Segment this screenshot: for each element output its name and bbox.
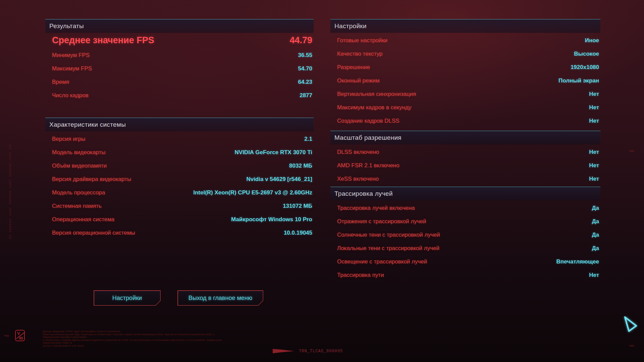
setting-value: Иное <box>585 37 599 44</box>
ray-tracing-rows: Трассировка лучей включена Да Отражения … <box>330 200 600 282</box>
setting-label: DLSS включено <box>337 149 379 156</box>
setting-value: Да <box>592 205 599 212</box>
corner-mark: *883 <box>629 150 634 153</box>
setting-row: Готовые настройки Иное <box>330 34 600 47</box>
system-row: Версия драйвера видеокарты Nvidia v 5462… <box>45 173 314 186</box>
setting-row: DLSS включено Нет <box>330 145 600 159</box>
settings-column: Настройки Готовые настройки Иное Качеств… <box>330 19 600 282</box>
result-value: 54.70 <box>298 65 312 72</box>
result-value: 2877 <box>300 92 312 99</box>
result-row: Максимум FPS 54.70 <box>45 62 314 75</box>
result-label: Максимум FPS <box>52 65 92 72</box>
system-value: Intel(R) Xeon(R) CPU E5-2697 v3 @ 2.60GH… <box>193 189 312 196</box>
system-value: 2.1 <box>304 136 312 142</box>
legal-line: Ваши персональные данные будут обработан… <box>43 333 231 339</box>
setting-row: Оконный режим Полный экран <box>330 74 600 87</box>
session-id-tag: TRN_TLCAS_800095 <box>273 349 343 354</box>
result-label: Число кадров <box>52 92 89 99</box>
setting-value: Нет <box>589 149 599 156</box>
result-label: Минимум FPS <box>52 52 90 59</box>
results-column: Результаты Среднее значение FPS 44.79 Ми… <box>45 19 314 240</box>
side-debug-code: 08 1867.000000 1867.000000 1867.000000 C… <box>8 145 11 240</box>
system-label: Версия операционной системы <box>52 230 135 236</box>
system-label: Модель видеокарты <box>52 149 105 156</box>
setting-label: Трассировка пути <box>337 272 384 279</box>
setting-value: Полный экран <box>558 77 599 84</box>
result-label: Среднее значение FPS <box>52 35 154 46</box>
setting-row: Разрешение 644x362 <box>330 61 600 74</box>
system-value: Nvidia v 54629 [r546_21] <box>246 176 312 183</box>
setting-label: Разрешение <box>337 64 370 71</box>
system-value: 131072 МБ <box>283 203 312 209</box>
setting-value: 644x362 <box>571 64 599 71</box>
setting-row: Отражения с трассировкой лучей Да <box>330 215 600 228</box>
system-label: Операционная система <box>52 216 114 223</box>
setting-label: Качество текстур <box>337 51 383 57</box>
resolution-scaling-rows: DLSS включено Нет AMD FSR 2.1 включено Н… <box>330 144 600 186</box>
setting-value: Нет <box>589 176 599 182</box>
legal-line: Данные, введённые в РФ65, будут использо… <box>43 330 231 333</box>
ray-tracing-section-header: Трассировка лучей <box>330 187 600 200</box>
resolution-scaling-section-header: Масштаб разрешения <box>330 131 600 144</box>
setting-row: XeSS включено Нет <box>330 172 600 186</box>
legal-line: доступ к снимкам файлов этой записи. <box>43 345 231 348</box>
setting-value: Да <box>592 245 599 252</box>
setting-value: Нет <box>589 104 599 111</box>
setting-value: Да <box>592 218 599 225</box>
v85-number: 85 <box>19 336 23 340</box>
setting-row: Создание кадров DLSS Нет <box>330 114 600 128</box>
results-rows: Минимум FPS 36.55 Максимум FPS 54.70 Вре… <box>45 48 314 102</box>
setting-label: Локальные тени с трассировкой лучей <box>337 245 439 252</box>
system-label: Системная память <box>52 203 102 209</box>
system-value: NVIDIA GeForce RTX 3070 Ti <box>235 149 312 156</box>
setting-label: Отражения с трассировкой лучей <box>337 218 426 225</box>
system-section-header: Характеристики системы <box>45 118 314 131</box>
setting-label: Максимум кадров в секунду <box>337 104 412 111</box>
results-section-header: Результаты <box>45 19 314 33</box>
result-row-average: Среднее значение FPS 44.79 <box>45 33 314 48</box>
v85-letter: V <box>17 331 20 336</box>
settings-section-header: Настройки <box>330 19 600 33</box>
setting-row: Качество текстур Высокое <box>330 47 600 61</box>
result-label: Время <box>52 79 69 85</box>
setting-value: Впечатляющее <box>556 258 599 265</box>
result-row: Минимум FPS 36.55 <box>45 49 314 62</box>
exit-to-main-menu-button[interactable]: Выход в главное меню <box>177 290 263 306</box>
system-label: Версия игры <box>52 136 86 142</box>
result-value: 44.79 <box>289 35 312 46</box>
setting-row: Локальные тени с трассировкой лучей Да <box>330 242 600 255</box>
session-wedge-icon <box>273 349 295 354</box>
setting-row: Максимум кадров в секунду Нет <box>330 101 600 114</box>
settings-button[interactable]: Настройки <box>94 290 161 306</box>
system-row: Модель видеокарты NVIDIA GeForce RTX 307… <box>45 146 314 159</box>
settings-rows: Готовые настройки Иное Качество текстур … <box>330 33 600 128</box>
action-buttons: Настройки Выход в главное меню <box>94 290 263 306</box>
exit-button-label: Выход в главное меню <box>178 291 263 305</box>
setting-value: Нет <box>589 91 599 98</box>
setting-label: Трассировка лучей включена <box>337 205 415 212</box>
corner-mark: *883 <box>3 335 9 337</box>
setting-row: Освещение с трассировкой лучей Впечатляю… <box>330 255 600 268</box>
setting-label: Готовые настройки <box>337 37 387 44</box>
system-row: Объём видеопамяти 8032 МБ <box>45 159 314 173</box>
setting-label: Солнечные тени с трассировкой лучей <box>337 232 440 238</box>
setting-label: AMD FSR 2.1 включено <box>337 162 399 169</box>
result-value: 36.55 <box>298 52 312 59</box>
system-row: Версия операционной системы 10.0.19045 <box>45 226 314 240</box>
system-row: Системная память 131072 МБ <box>45 199 314 213</box>
setting-value: Высокое <box>574 51 599 57</box>
setting-row: Солнечные тени с трассировкой лучей Да <box>330 228 600 242</box>
system-value: 10.0.19045 <box>284 230 312 236</box>
session-id-text: TRN_TLCAS_800095 <box>299 349 343 354</box>
system-rows: Версия игры 2.1 Модель видеокарты NVIDIA… <box>45 131 314 240</box>
result-row: Число кадров 2877 <box>45 89 314 102</box>
cursor-pointer-icon <box>622 316 641 338</box>
setting-label: XeSS включено <box>337 176 379 182</box>
system-label: Модель процессора <box>52 189 105 196</box>
setting-row: AMD FSR 2.1 включено Нет <box>330 159 600 172</box>
system-row: Модель процессора Intel(R) Xeon(R) CPU E… <box>45 186 314 199</box>
legal-fine-print: Данные, введённые в РФ65, будут использо… <box>43 330 231 347</box>
v85-rating-icon: V 85 <box>15 330 25 341</box>
system-value: 8032 МБ <box>289 163 312 169</box>
setting-value: Нет <box>589 118 599 124</box>
